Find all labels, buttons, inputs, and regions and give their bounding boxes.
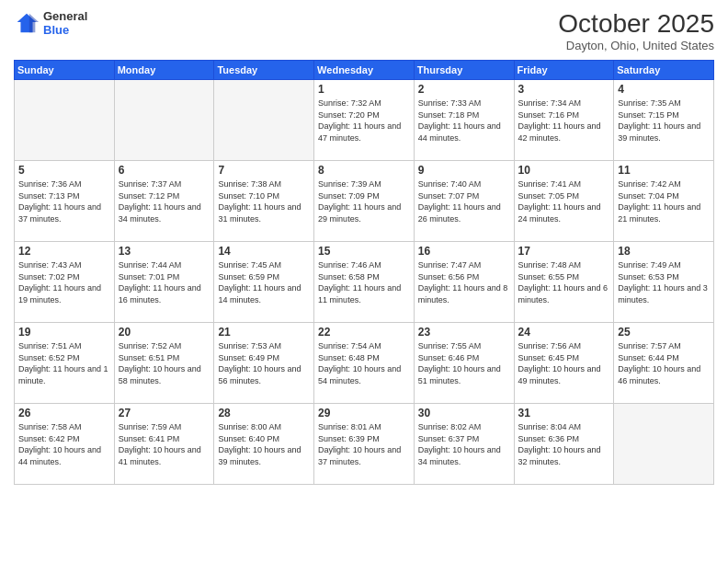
cell-info: Sunrise: 7:41 AM xyxy=(518,178,610,190)
cal-cell: 10Sunrise: 7:41 AMSunset: 7:05 PMDayligh… xyxy=(514,161,614,242)
cell-info: Sunrise: 7:38 AM xyxy=(218,178,310,190)
cell-info: Daylight: 11 hours and 3 minutes. xyxy=(618,282,710,305)
header-saturday: Saturday xyxy=(614,61,714,80)
cell-info: Daylight: 10 hours and 58 minutes. xyxy=(119,363,210,386)
cell-info: Sunrise: 7:58 AM xyxy=(18,421,110,433)
date-number: 6 xyxy=(119,164,210,177)
cell-info: Sunset: 7:12 PM xyxy=(119,190,210,202)
cell-info: Daylight: 11 hours and 26 minutes. xyxy=(418,201,510,224)
cal-cell: 21Sunrise: 7:53 AMSunset: 6:49 PMDayligh… xyxy=(214,323,314,404)
calendar-page: General Blue October 2025 Dayton, Ohio, … xyxy=(0,0,728,563)
month-title: October 2025 xyxy=(558,9,714,39)
cell-info: Daylight: 11 hours and 8 minutes. xyxy=(418,282,510,305)
cal-cell: 12Sunrise: 7:43 AMSunset: 7:02 PMDayligh… xyxy=(15,242,115,323)
cell-info: Sunset: 6:44 PM xyxy=(618,352,710,364)
cal-cell: 27Sunrise: 7:59 AMSunset: 6:41 PMDayligh… xyxy=(114,404,214,485)
cal-cell: 20Sunrise: 7:52 AMSunset: 6:51 PMDayligh… xyxy=(114,323,214,404)
cal-cell: 6Sunrise: 7:37 AMSunset: 7:12 PMDaylight… xyxy=(114,161,214,242)
calendar-table: Sunday Monday Tuesday Wednesday Thursday… xyxy=(14,60,714,485)
cell-info: Sunrise: 7:33 AM xyxy=(418,98,510,109)
cell-info: Sunset: 7:20 PM xyxy=(318,109,410,121)
date-number: 21 xyxy=(218,326,310,339)
cell-info: Daylight: 11 hours and 19 minutes. xyxy=(18,282,110,305)
logo-text: General Blue xyxy=(43,9,87,37)
cell-info: Sunset: 6:45 PM xyxy=(518,352,610,364)
date-number: 25 xyxy=(618,326,710,339)
location-subtitle: Dayton, Ohio, United States xyxy=(558,39,714,52)
cell-info: Sunrise: 8:01 AM xyxy=(318,421,410,433)
cell-info: Daylight: 11 hours and 29 minutes. xyxy=(318,201,410,224)
date-number: 2 xyxy=(418,83,510,96)
date-number: 22 xyxy=(318,326,410,339)
cell-info: Daylight: 10 hours and 39 minutes. xyxy=(218,444,310,467)
cell-info: Sunset: 7:01 PM xyxy=(119,271,210,283)
cell-info: Daylight: 11 hours and 42 minutes. xyxy=(518,121,610,144)
cell-info: Sunset: 6:58 PM xyxy=(318,271,410,283)
cal-cell: 14Sunrise: 7:45 AMSunset: 6:59 PMDayligh… xyxy=(214,242,314,323)
date-number: 18 xyxy=(618,245,710,258)
cal-cell: 2Sunrise: 7:33 AMSunset: 7:18 PMDaylight… xyxy=(414,80,514,161)
date-number: 7 xyxy=(218,164,310,177)
cal-cell: 19Sunrise: 7:51 AMSunset: 6:52 PMDayligh… xyxy=(15,323,115,404)
date-number: 17 xyxy=(518,245,610,258)
cell-info: Daylight: 11 hours and 16 minutes. xyxy=(119,282,210,305)
cell-info: Sunrise: 7:57 AM xyxy=(618,340,710,352)
date-number: 9 xyxy=(418,164,510,177)
cell-info: Sunset: 7:05 PM xyxy=(518,190,610,202)
cal-cell: 18Sunrise: 7:49 AMSunset: 6:53 PMDayligh… xyxy=(614,242,714,323)
cell-info: Sunrise: 7:40 AM xyxy=(418,178,510,190)
cell-info: Daylight: 10 hours and 51 minutes. xyxy=(418,363,510,386)
cell-info: Daylight: 10 hours and 34 minutes. xyxy=(418,444,510,467)
logo-icon xyxy=(14,10,40,36)
cell-info: Daylight: 10 hours and 41 minutes. xyxy=(119,444,210,467)
cell-info: Daylight: 10 hours and 56 minutes. xyxy=(218,363,310,386)
cal-cell: 11Sunrise: 7:42 AMSunset: 7:04 PMDayligh… xyxy=(614,161,714,242)
cell-info: Sunset: 6:39 PM xyxy=(318,433,410,445)
cell-info: Daylight: 11 hours and 21 minutes. xyxy=(618,201,710,224)
cal-cell xyxy=(614,404,714,485)
date-number: 20 xyxy=(119,326,210,339)
cal-cell xyxy=(214,80,314,161)
cell-info: Daylight: 10 hours and 32 minutes. xyxy=(518,444,610,467)
week-row-3: 19Sunrise: 7:51 AMSunset: 6:52 PMDayligh… xyxy=(15,323,714,404)
cell-info: Daylight: 10 hours and 37 minutes. xyxy=(318,444,410,467)
cell-info: Sunrise: 7:54 AM xyxy=(318,340,410,352)
cell-info: Sunset: 6:46 PM xyxy=(418,352,510,364)
cell-info: Sunrise: 7:37 AM xyxy=(119,178,210,190)
date-number: 30 xyxy=(418,407,510,419)
date-number: 29 xyxy=(318,407,410,419)
date-number: 23 xyxy=(418,326,510,339)
cal-cell: 29Sunrise: 8:01 AMSunset: 6:39 PMDayligh… xyxy=(314,404,415,485)
cell-info: Daylight: 11 hours and 47 minutes. xyxy=(318,121,410,144)
cell-info: Sunrise: 7:35 AM xyxy=(618,98,710,109)
cell-info: Sunrise: 7:48 AM xyxy=(518,259,610,271)
cal-cell: 26Sunrise: 7:58 AMSunset: 6:42 PMDayligh… xyxy=(15,404,115,485)
cell-info: Sunset: 6:51 PM xyxy=(119,352,210,364)
cal-cell: 13Sunrise: 7:44 AMSunset: 7:01 PMDayligh… xyxy=(114,242,214,323)
cell-info: Sunrise: 7:51 AM xyxy=(18,340,110,352)
week-row-4: 26Sunrise: 7:58 AMSunset: 6:42 PMDayligh… xyxy=(15,404,714,485)
cell-info: Sunset: 6:55 PM xyxy=(518,271,610,283)
cell-info: Sunrise: 8:04 AM xyxy=(518,421,610,433)
cell-info: Sunset: 7:09 PM xyxy=(318,190,410,202)
cell-info: Sunset: 6:41 PM xyxy=(119,433,210,445)
cell-info: Daylight: 11 hours and 31 minutes. xyxy=(218,201,310,224)
date-number: 14 xyxy=(218,245,310,258)
day-header-row: Sunday Monday Tuesday Wednesday Thursday… xyxy=(15,61,714,80)
cell-info: Sunrise: 7:34 AM xyxy=(518,98,610,109)
header-tuesday: Tuesday xyxy=(214,61,314,80)
cal-cell: 22Sunrise: 7:54 AMSunset: 6:48 PMDayligh… xyxy=(314,323,415,404)
date-number: 28 xyxy=(218,407,310,419)
cell-info: Sunset: 6:42 PM xyxy=(18,433,110,445)
cell-info: Sunrise: 7:49 AM xyxy=(618,259,710,271)
cell-info: Sunset: 6:48 PM xyxy=(318,352,410,364)
date-number: 1 xyxy=(318,83,410,96)
cell-info: Sunset: 6:37 PM xyxy=(418,433,510,445)
date-number: 24 xyxy=(518,326,610,339)
cal-cell: 24Sunrise: 7:56 AMSunset: 6:45 PMDayligh… xyxy=(514,323,614,404)
cell-info: Sunrise: 7:52 AM xyxy=(119,340,210,352)
cal-cell: 28Sunrise: 8:00 AMSunset: 6:40 PMDayligh… xyxy=(214,404,314,485)
week-row-1: 5Sunrise: 7:36 AMSunset: 7:13 PMDaylight… xyxy=(15,161,714,242)
cell-info: Daylight: 11 hours and 44 minutes. xyxy=(418,121,510,144)
cell-info: Sunset: 6:56 PM xyxy=(418,271,510,283)
